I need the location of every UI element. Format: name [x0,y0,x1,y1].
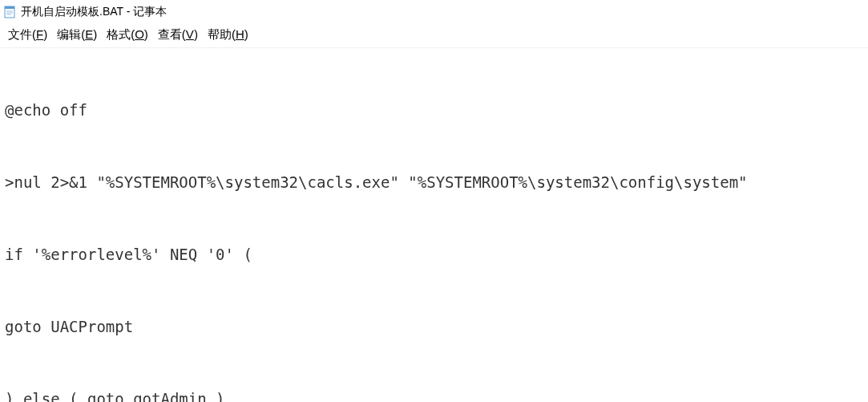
menu-file[interactable]: 文件(F) [6,27,49,43]
menu-bar: 文件(F) 编辑(E) 格式(O) 查看(V) 帮助(H) [0,24,868,47]
svg-rect-1 [5,6,14,9]
notepad-icon [3,6,16,18]
code-line: if '%errorlevel%' NEQ '0' ( [5,242,863,266]
code-line: @echo off [5,98,863,122]
menu-edit[interactable]: 编辑(E) [55,27,99,43]
menu-format[interactable]: 格式(O) [105,27,150,43]
code-line: ) else ( goto gotAdmin ) [5,387,863,402]
text-editor-area[interactable]: @echo off >nul 2>&1 "%SYSTEMROOT%\system… [0,47,868,402]
code-line: >nul 2>&1 "%SYSTEMROOT%\system32\cacls.e… [5,170,863,194]
menu-help[interactable]: 帮助(H) [206,27,250,43]
menu-view[interactable]: 查看(V) [156,27,200,43]
title-bar: 开机自启动模板.BAT - 记事本 [0,0,868,24]
window-title: 开机自启动模板.BAT - 记事本 [21,5,167,19]
code-line: goto UACPrompt [5,315,863,339]
